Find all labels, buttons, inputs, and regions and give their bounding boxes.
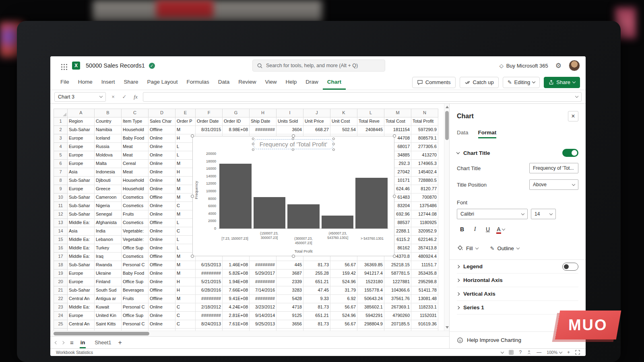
chart-resize-handle[interactable] <box>292 134 295 138</box>
cell[interactable]: ######## <box>250 278 277 286</box>
cell[interactable]: 9125 <box>277 312 303 320</box>
cell[interactable]: 728880.5 <box>411 177 438 185</box>
cell[interactable]: 50643.24 <box>357 295 384 303</box>
row-header-24[interactable]: 24 <box>54 312 68 320</box>
chart-resize-handle[interactable] <box>393 255 396 258</box>
cell[interactable]: Afghanista <box>95 219 122 227</box>
cell[interactable]: 267369.1 <box>384 303 411 312</box>
font-name-select[interactable]: Calibri <box>457 209 528 219</box>
cell[interactable]: 2339 <box>277 278 303 286</box>
cell[interactable]: 8/31/2015 <box>196 126 223 134</box>
cell[interactable]: 2.81E+08 <box>223 312 250 320</box>
cell[interactable]: 25218.15 <box>384 261 411 269</box>
cell[interactable]: 808579.1 <box>411 134 438 143</box>
cell[interactable]: Central An <box>68 295 95 303</box>
cell[interactable]: 480924.4 <box>411 253 438 261</box>
chart-resize-handle[interactable] <box>292 255 295 258</box>
cell[interactable]: 1180925 <box>411 219 438 227</box>
cell[interactable]: Total Profit <box>411 117 438 126</box>
cell[interactable]: 5428 <box>277 295 303 303</box>
cell[interactable]: Senegal <box>95 210 122 219</box>
cell[interactable]: 5/21/2015 <box>196 278 223 286</box>
cell[interactable]: 524.96 <box>330 312 357 320</box>
cell[interactable]: 357413.8 <box>411 244 438 253</box>
cell[interactable]: Online <box>149 185 175 193</box>
cell[interactable]: United Kin <box>95 312 122 320</box>
column-header-G[interactable]: G <box>223 109 250 117</box>
tab-data[interactable]: Data <box>457 130 469 138</box>
confirm-entry-button[interactable]: ✓ <box>120 94 128 100</box>
name-box[interactable]: Chart 3 <box>54 92 106 102</box>
cell[interactable]: Rwanda <box>95 261 122 269</box>
cell[interactable]: Turkey <box>95 244 122 253</box>
sheet-grid-view-icon[interactable] <box>509 350 514 355</box>
cell[interactable]: C <box>175 303 196 312</box>
add-sheet-button[interactable]: + <box>118 339 122 346</box>
panel-section-vertical-axis[interactable]: Vertical Axis <box>457 287 578 301</box>
cell[interactable]: Europe <box>68 151 95 160</box>
cell[interactable]: 7.61E+08 <box>223 320 250 329</box>
cell[interactable]: 445 <box>277 261 303 269</box>
cell[interactable]: 4.24E+08 <box>223 303 250 312</box>
share-button[interactable]: Share <box>544 77 580 88</box>
cell[interactable]: Office Sup <box>122 278 149 286</box>
title-handle[interactable] <box>332 148 335 151</box>
menu-tab-home[interactable]: Home <box>74 75 97 90</box>
cell[interactable]: Country <box>95 117 122 126</box>
select-all-corner[interactable] <box>54 109 68 117</box>
column-header-I[interactable]: I <box>277 109 303 117</box>
expand-formula-bar-icon[interactable] <box>575 95 578 98</box>
column-header-J[interactable]: J <box>303 109 330 117</box>
cell[interactable]: 1.46E+08 <box>223 261 250 269</box>
cell[interactable]: 118233.1 <box>411 303 438 312</box>
all-sheets-menu-icon[interactable]: ≡ <box>70 339 74 346</box>
cell[interactable]: Offline <box>149 126 175 134</box>
cell[interactable]: India <box>95 227 122 236</box>
cell[interactable]: Europe <box>68 134 95 143</box>
cell[interactable]: 3/23/2012 <box>250 303 277 312</box>
cell[interactable]: 81.73 <box>303 320 330 329</box>
cell[interactable]: Order ID <box>223 117 250 126</box>
row-header-3[interactable]: 3 <box>54 134 68 143</box>
cell[interactable]: 9/14/2014 <box>250 312 277 320</box>
row-header-5[interactable]: 5 <box>54 151 68 160</box>
cell[interactable]: Offline <box>149 295 175 303</box>
cell[interactable]: Household <box>122 126 149 134</box>
menu-tab-draw[interactable]: Draw <box>301 75 323 90</box>
cell[interactable]: Offline <box>149 253 175 261</box>
cell[interactable]: Europe <box>68 278 95 286</box>
row-header-22[interactable]: 22 <box>54 295 68 303</box>
column-header-E[interactable]: E <box>175 109 196 117</box>
cell[interactable]: Baby Food <box>122 134 149 143</box>
chart-resize-handle[interactable] <box>393 195 396 198</box>
cell[interactable]: Total Cost <box>384 117 411 126</box>
vertical-scroll-thumb[interactable] <box>445 111 449 140</box>
menu-tab-chart[interactable]: Chart <box>323 75 346 90</box>
tab-format[interactable]: Format <box>478 130 497 138</box>
cell[interactable]: Fruits <box>122 295 149 303</box>
cell[interactable]: ######## <box>196 295 223 303</box>
cell[interactable]: H <box>175 278 196 286</box>
cell[interactable]: Online <box>149 202 175 210</box>
cell[interactable]: 1375486 <box>411 202 438 210</box>
cell[interactable]: Online <box>149 244 175 253</box>
outline-button[interactable]: ✎ Outline <box>490 245 519 251</box>
cell[interactable]: ######## <box>250 261 277 269</box>
chart-resize-handle[interactable] <box>393 134 396 138</box>
cell[interactable]: Online <box>149 320 175 329</box>
cell[interactable]: M <box>175 261 196 269</box>
cell[interactable]: 5/29/2017 <box>250 269 277 278</box>
cell[interactable]: 47.45 <box>303 286 330 295</box>
row-header-4[interactable]: 4 <box>54 143 68 151</box>
row-header-9[interactable]: 9 <box>54 185 68 193</box>
column-header-D[interactable]: D <box>149 109 175 117</box>
close-panel-button[interactable]: × <box>568 111 578 121</box>
cell[interactable]: Online <box>149 168 175 177</box>
cell[interactable]: 3656 <box>277 320 303 329</box>
cell[interactable]: Cosmetics <box>122 193 149 202</box>
cell[interactable]: Europe <box>68 269 95 278</box>
cell[interactable]: Finland <box>95 278 122 286</box>
row-header-7[interactable]: 7 <box>54 168 68 177</box>
cell[interactable]: 31.79 <box>330 286 357 295</box>
legend-toggle[interactable] <box>562 263 578 271</box>
